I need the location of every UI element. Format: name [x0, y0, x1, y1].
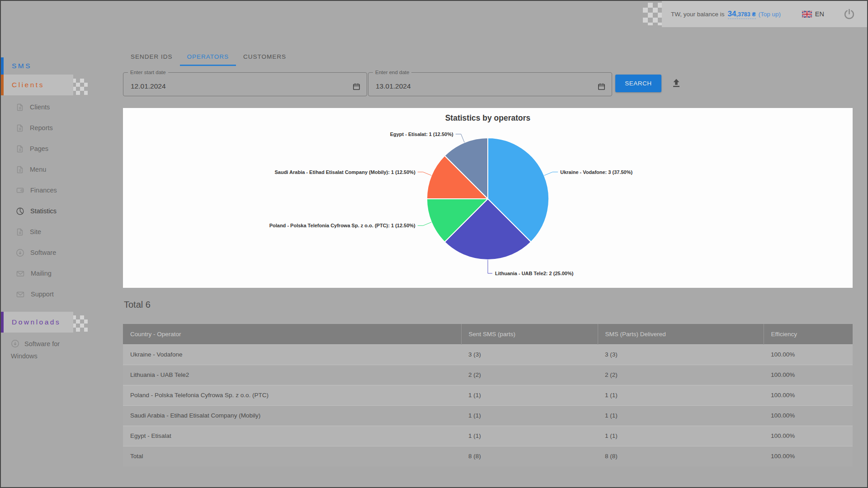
tab-operators[interactable]: OPERATORS	[180, 48, 236, 66]
table-row: Saudi Arabia - Etihad Etisalat Company (…	[123, 405, 853, 426]
download-icon	[16, 249, 24, 257]
language-label: EN	[815, 10, 824, 18]
pie-leader-line	[418, 222, 432, 226]
pie-leader-line	[456, 134, 465, 143]
table-cell: 8 (8)	[461, 446, 598, 466]
tab-customers[interactable]: CUSTOMERS	[236, 48, 293, 66]
start-date-label: Enter start date	[128, 70, 168, 75]
pie-leader-line	[488, 260, 492, 273]
uk-flag-icon	[802, 11, 812, 18]
start-date-value: 12.01.2024	[131, 82, 166, 90]
sidebar-item-finances[interactable]: Finances	[1, 180, 123, 201]
table-row-total: Total8 (8)8 (8)100.00%	[123, 446, 853, 466]
column-header: Efficiency	[764, 324, 853, 344]
top-up-link[interactable]: (Top up)	[759, 11, 781, 18]
tab-sender-ids[interactable]: SENDER IDS	[123, 48, 180, 66]
sidebar-item-site[interactable]: Site	[1, 221, 123, 242]
pie-slice-label: Ukraine - Vodafone: 3 (37.50%)	[560, 169, 632, 175]
export-button[interactable]	[670, 76, 683, 90]
language-switcher[interactable]: EN	[802, 10, 824, 18]
table-cell: 2 (2)	[461, 365, 598, 385]
table-cell: 100.00%	[764, 426, 853, 446]
table-cell: 1 (1)	[461, 385, 598, 405]
tab-bar: SENDER IDSOPERATORSCUSTOMERS	[123, 48, 293, 66]
sidebar-nav-list: ClientsReportsPagesMenuFinancesStatistic…	[1, 97, 123, 305]
section-accent-bar	[1, 57, 4, 75]
document-icon	[16, 165, 24, 174]
pie-slice-label: Egypt - Etisalat: 1 (12.50%)	[390, 131, 453, 137]
section-accent-bar	[1, 312, 4, 333]
table-row: Egypt - Etisalat1 (1)1 (1)100.00%	[123, 426, 853, 446]
table-row: Ukraine - Vodafone3 (3)3 (3)100.00%	[123, 344, 853, 365]
balance-integer: 34	[728, 9, 736, 18]
pie-chart: Ukraine - Vodafone: 3 (37.50%)Lithuania …	[123, 123, 853, 285]
sidebar-item-pages[interactable]: Pages	[1, 138, 123, 159]
start-date-input[interactable]: Enter start date 12.01.2024	[123, 70, 367, 96]
table-cell: 1 (1)	[461, 405, 598, 426]
table-cell: 1 (1)	[598, 405, 764, 426]
envelope-icon	[16, 291, 25, 298]
logout-button[interactable]	[843, 8, 855, 20]
document-icon	[16, 124, 24, 132]
chart-panel: Statistics by operators Ukraine - Vodafo…	[123, 108, 853, 288]
table-cell: 1 (1)	[461, 426, 598, 446]
envelope-icon	[16, 270, 25, 277]
balance-prefix: TW, your balance is	[671, 11, 725, 18]
sidebar-item-mailing[interactable]: Mailing	[1, 263, 123, 284]
table-row: Poland - Polska Telefonia Cyfrowa Sp. z …	[123, 385, 853, 405]
column-header: Sent SMS (parts)	[461, 324, 598, 344]
sidebar-item-support[interactable]: Support	[1, 284, 123, 305]
pie-slice-label: Saudi Arabia - Etihad Etisalat Company (…	[274, 169, 415, 175]
pie-slice-label: Lithuania - UAB Tele2: 2 (25.00%)	[495, 271, 574, 276]
sidebar: SMS Clients ClientsReportsPagesMenuFinan…	[1, 57, 123, 362]
table-cell: 3 (3)	[461, 344, 598, 365]
document-icon	[16, 228, 24, 236]
table-cell: Lithuania - UAB Tele2	[123, 365, 461, 385]
sidebar-section-downloads[interactable]: Downloads	[1, 312, 123, 333]
end-date-value: 13.01.2024	[376, 82, 411, 90]
topbar: TW, your balance is 34,3783 ₴ (Top up) E…	[662, 1, 868, 27]
pie-leader-line	[544, 172, 558, 176]
calendar-icon[interactable]	[352, 82, 361, 91]
section-accent-bar	[1, 75, 4, 95]
chart-title: Statistics by operators	[123, 108, 853, 123]
pie-slice-label: Poland - Polska Telefonia Cyfrowa Sp. z …	[269, 223, 415, 228]
table-cell: 100.00%	[764, 344, 853, 365]
balance-link[interactable]: 34,3783 ₴	[728, 9, 756, 19]
sidebar-item-menu[interactable]: Menu	[1, 159, 123, 180]
table-cell: Egypt - Etisalat	[123, 426, 461, 446]
sidebar-item-clients[interactable]: Clients	[1, 97, 123, 117]
app-window: TW, your balance is 34,3783 ₴ (Top up) E…	[0, 0, 868, 488]
table-cell: 2 (2)	[598, 365, 764, 385]
wallet-icon	[16, 186, 24, 194]
column-header: SMS (Parts) Delivered	[598, 324, 764, 344]
table-cell: Saudi Arabia - Etihad Etisalat Company (…	[123, 405, 461, 426]
table-cell: 1 (1)	[598, 426, 764, 446]
power-icon	[843, 8, 855, 20]
total-count: Total 6	[124, 300, 151, 310]
sidebar-item-reports[interactable]: Reports	[1, 117, 123, 138]
document-icon	[16, 103, 24, 111]
table-row: Lithuania - UAB Tele22 (2)2 (2)100.00%	[123, 365, 853, 385]
table-cell: 100.00%	[764, 365, 853, 385]
calendar-icon[interactable]	[597, 82, 606, 91]
balance-fraction: ,3783 ₴	[736, 11, 755, 18]
table-cell: Poland - Polska Telefonia Cyfrowa Sp. z …	[123, 385, 461, 405]
sidebar-section-sms[interactable]: SMS	[1, 57, 123, 75]
table-cell: 100.00%	[764, 385, 853, 405]
upload-icon	[670, 77, 682, 89]
search-button[interactable]: SEARCH	[615, 75, 661, 92]
table-cell: 100.00%	[764, 446, 853, 466]
sidebar-item-software-for-windows[interactable]: Software for Windows	[1, 338, 80, 362]
table-cell: 100.00%	[764, 405, 853, 426]
document-icon	[16, 145, 24, 153]
table-cell: Ukraine - Vodafone	[123, 344, 461, 365]
sidebar-item-software[interactable]: Software	[1, 242, 123, 263]
sidebar-section-clients[interactable]: Clients	[1, 75, 123, 95]
sidebar-item-statistics[interactable]: Statistics	[1, 201, 123, 221]
table-cell: Total	[123, 446, 461, 466]
column-header: Country - Operator	[123, 324, 461, 344]
end-date-input[interactable]: Enter end date 13.01.2024	[368, 70, 612, 96]
table-header-row: Country - OperatorSent SMS (parts)SMS (P…	[123, 324, 853, 344]
table-cell: 8 (8)	[598, 446, 764, 466]
